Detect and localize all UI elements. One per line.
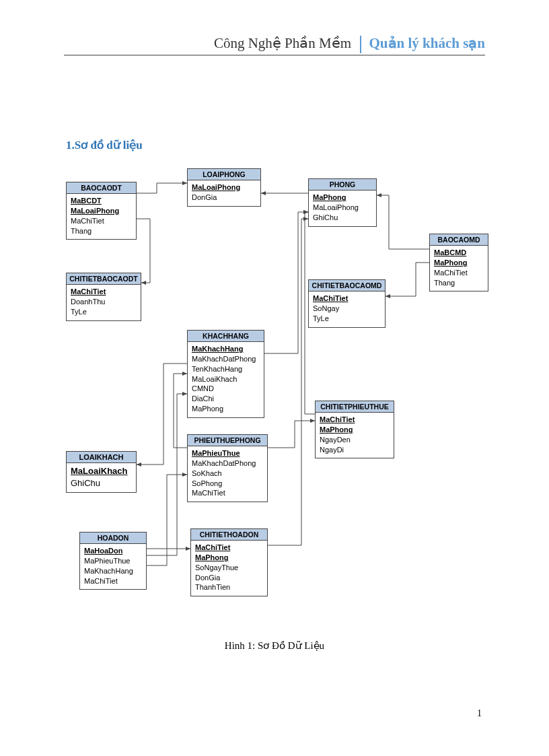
entity-body: MaChiTiet MaPhong NgayDen NgayDi — [316, 413, 394, 458]
entity-phong: PHONG MaPhong MaLoaiPhong GhiChu — [308, 178, 377, 227]
entity-body: MaBCDT MaLoaiPhong MaChiTiet Thang — [67, 194, 136, 239]
entity-loaiphong: LOAIPHONG MaLoaiPhong DonGia — [187, 168, 261, 207]
entity-title: PHONG — [309, 179, 376, 191]
entity-body: MaChiTiet SoNgay TyLe — [309, 291, 385, 327]
entity-body: MaKhachHang MaKhachDatPhong TenKhachHang… — [188, 342, 264, 417]
entity-chitietbaocaodt: CHITIETBAOCAODT MaChiTiet DoanhThu TyLe — [66, 273, 141, 321]
entity-chitietphieuthue: CHITIETPHIEUTHUE MaChiTiet MaPhong NgayD… — [315, 401, 394, 458]
entity-title: CHITIETBAOCAOMD — [309, 280, 385, 291]
entity-chitietbaocaomd: CHITIETBAOCAOMD MaChiTiet SoNgay TyLe — [308, 279, 386, 328]
er-diagram: BAOCAODT MaBCDT MaLoaiPhong MaChiTiet Th… — [66, 165, 488, 623]
page-number: 1 — [477, 708, 482, 719]
entity-body: MaPhong MaLoaiPhong GhiChu — [309, 191, 376, 226]
entity-title: KHACHHANG — [188, 331, 264, 342]
entity-hoadon: HOADON MaHoaDon MaPhieuThue MaKhachHang … — [79, 532, 147, 590]
header-left-text: Công Nghệ Phần Mềm — [214, 35, 351, 51]
header-divider — [360, 36, 361, 53]
entity-title: BAOCAODT — [67, 182, 136, 194]
entity-body: MaChiTiet MaPhong SoNgayThue DonGia Than… — [191, 541, 267, 596]
figure-caption: Hình 1: Sơ Đồ Dữ Liệu — [0, 640, 549, 652]
entity-baocaomd: BAOCAOMD MaBCMD MaPhong MaChiTiet Thang — [429, 234, 488, 291]
entity-title: CHITIETBAOCAODT — [67, 273, 141, 285]
entity-title: BAOCAOMD — [430, 234, 488, 246]
entity-title: PHIEUTHUEPHONG — [188, 435, 267, 446]
section-title: 1.Sơ đồ dữ liệu — [66, 138, 143, 152]
entity-phieuthuephong: PHIEUTHUEPHONG MaPhieuThue MaKhachDatPho… — [187, 434, 268, 502]
page-header: Công Nghệ Phần Mềm Quản lý khách sạn — [64, 35, 485, 56]
entity-loaikhach: LOAIKHACH MaLoaiKhach GhiChu — [66, 451, 137, 493]
entity-title: LOAIPHONG — [188, 169, 260, 180]
entity-chitiethoadon: CHITIETHOADON MaChiTiet MaPhong SoNgayTh… — [190, 528, 268, 596]
entity-baocaodt: BAOCAODT MaBCDT MaLoaiPhong MaChiTiet Th… — [66, 182, 137, 240]
header-right-text: Quản lý khách sạn — [369, 35, 486, 51]
entity-body: MaHoaDon MaPhieuThue MaKhachHang MaChiTi… — [80, 544, 146, 589]
entity-body: MaLoaiKhach GhiChu — [67, 463, 136, 492]
entity-body: MaBCMD MaPhong MaChiTiet Thang — [430, 246, 488, 291]
entity-body: MaChiTiet DoanhThu TyLe — [67, 285, 141, 320]
entity-title: CHITIETPHIEUTHUE — [316, 401, 394, 413]
entity-title: CHITIETHOADON — [191, 529, 267, 541]
entity-khachhang: KHACHHANG MaKhachHang MaKhachDatPhong Te… — [187, 330, 264, 418]
entity-body: MaPhieuThue MaKhachDatPhong SoKhach SoPh… — [188, 446, 267, 502]
entity-title: HOADON — [80, 532, 146, 544]
entity-title: LOAIKHACH — [67, 452, 136, 463]
entity-body: MaLoaiPhong DonGia — [188, 180, 260, 206]
